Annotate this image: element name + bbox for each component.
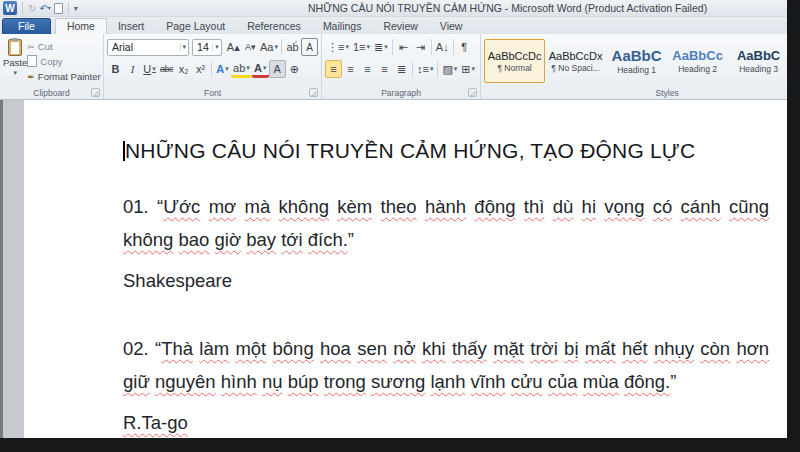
tab-insert[interactable]: Insert [107,19,155,34]
change-case-button[interactable]: Aa▾ [259,38,279,56]
font-size-select[interactable]: 14 ▾ [192,39,222,56]
style-name: Heading 1 [617,65,656,75]
distribute-button[interactable]: ≣ [393,60,410,78]
paragraph[interactable]: 01. “Ước mơ mà không kèm theo hành động … [123,190,769,256]
sort-button[interactable]: A↓ [434,38,451,56]
misspelled-word: cũng [729,196,769,217]
font-size-dropdown-icon: ▾ [212,43,219,51]
bullets-button[interactable]: ⋮≡▾ [325,38,351,56]
paragraph[interactable]: R.Ta-go [123,406,769,438]
show-hide-pilcrow-button[interactable]: ¶ [456,38,473,56]
style-heading-3[interactable]: AaBbCHeading 3 [728,39,787,83]
undo-icon[interactable]: ↶▾ [39,2,50,15]
window-title: NHỮNG CÂU NÓI TRUYỀN CẢM HỨNG - Microsof… [308,2,707,14]
new-document-icon[interactable] [54,3,63,14]
qat-separator [22,2,23,14]
misspelled-word: động [474,196,515,217]
align-left-button[interactable]: ≡ [325,60,342,78]
misspelled-word: Ước [163,196,200,217]
paste-button[interactable]: Paste ▾ [3,37,27,86]
underline-button[interactable]: U▾ [141,60,158,78]
paste-dropdown-icon[interactable]: ▾ [13,69,17,77]
word-logo[interactable]: W [3,1,17,15]
misspelled-word: bao [179,229,210,250]
numbering-button[interactable]: 1≡▾ [351,38,372,56]
font-family-select[interactable]: Arial ▾ [107,39,189,56]
line-spacing-button[interactable]: ↕≡▾ [415,60,435,78]
grow-font-button[interactable]: A▴ [225,38,242,56]
misspelled-word: trong [324,371,366,392]
paragraph[interactable]: 02. “Thà làm một bông hoa sen nở khi thấ… [123,332,769,398]
style-name: ¶ No Spaci... [551,63,600,73]
borders-button[interactable]: ⊞▾ [459,60,477,78]
paragraph[interactable]: Shakespeare [123,264,769,297]
tab-mailings[interactable]: Mailings [312,19,373,34]
shrink-font-button[interactable]: A▾ [242,38,259,56]
tab-file[interactable]: File [2,18,51,34]
format-painter-button[interactable]: ✒ Format Painter [27,71,100,82]
align-right-button[interactable]: ≡ [359,60,376,78]
align-center-button[interactable]: ≡ [342,60,359,78]
font-group: Arial ▾ 14 ▾ A▴A▾Aa▾ab́A BIU▾abcx₂x²A▾ab… [104,34,322,99]
scissors-icon: ✂ [27,42,35,52]
style-heading-1[interactable]: AaBbCHeading 1 [606,39,667,83]
tab-view[interactable]: View [429,19,474,34]
text-highlight-color-button[interactable]: ab▾ [231,60,252,78]
tab-page-layout[interactable]: Page Layout [155,19,236,34]
increase-indent-button[interactable]: ⇥ [412,38,429,56]
multilevel-list-button[interactable]: ≣▾ [372,38,390,56]
font-dialog-launcher[interactable]: ◿ [309,88,318,97]
misspelled-word: bông [273,338,314,359]
clipboard-group: Paste ▾ ✂ Cut Copy ✒ Format Painter [0,34,104,99]
character-border-button[interactable]: A [301,38,318,56]
styles-group: AaBbCcDc¶ NormalAaBbCcDx¶ No Spaci...AaB… [481,34,787,99]
font-color-button[interactable]: A▾ [252,60,269,78]
copy-button[interactable]: Copy [27,56,100,67]
tab-review[interactable]: Review [372,19,428,34]
text-cursor [123,141,125,161]
character-shading-button[interactable]: A [269,60,286,78]
document-page[interactable]: NHỮNG CÂU NÓI TRUYỀN CẢM HỨNG, TẠO ĐỘNG … [24,100,787,438]
bold-button[interactable]: B [107,60,124,78]
style-heading-2[interactable]: AaBbCcHeading 2 [667,39,728,83]
strikethrough-button[interactable]: abc [158,60,175,78]
misspelled-word: hi [582,196,596,217]
misspelled-word: giờ [215,229,242,250]
misspelled-word: không [123,229,173,250]
tab-home[interactable]: Home [55,18,107,34]
decrease-indent-button[interactable]: ⇤ [395,38,412,56]
shading-button[interactable]: ▨▾ [440,60,459,78]
document-heading[interactable]: NHỮNG CÂU NÓI TRUYỀN CẢM HỨNG, TẠO ĐỘNG … [123,138,769,164]
phonetic-guide-button[interactable]: ab́ [284,38,301,56]
style-no-spaci[interactable]: AaBbCcDx¶ No Spaci... [545,39,606,83]
misspelled-word: R.Ta-go [123,412,188,433]
italic-button[interactable]: I [124,60,141,78]
copy-icon [29,57,37,67]
misspelled-word: không [279,196,329,217]
quick-access-toolbar: W↻↶▾▾ [0,1,78,15]
cut-button[interactable]: ✂ Cut [27,41,100,52]
style-sample: AaBbC [737,48,780,63]
superscript-button[interactable]: x² [192,60,209,78]
clipboard-dialog-launcher[interactable]: ◿ [91,88,100,97]
customize-quick-access-icon[interactable]: ▾ [74,2,78,15]
text-effects-button[interactable]: A▾ [214,60,231,78]
style-normal[interactable]: AaBbCcDc¶ Normal [484,39,545,83]
paragraph-group-label: Paragraph [322,88,480,98]
clipboard-small-buttons: ✂ Cut Copy ✒ Format Painter [27,37,100,86]
subscript-button[interactable]: x₂ [175,60,192,78]
misspelled-word: mà [245,196,271,217]
misspelled-word: đông. [624,371,670,392]
misspelled-word: khi [422,338,446,359]
redo-icon[interactable]: ↻ [28,2,36,15]
misspelled-word: trời [530,338,558,359]
misspelled-word: vọng [604,196,644,217]
misspelled-word: hành [425,196,466,217]
justify-button[interactable]: ≡ [376,60,393,78]
enclose-characters-button[interactable]: ⊕ [286,60,303,78]
paragraph-dialog-launcher[interactable]: ◿ [468,88,477,97]
misspelled-word: mơ [209,196,237,217]
tab-references[interactable]: References [236,19,312,34]
styles-group-label: Styles [481,88,787,98]
separator [412,61,413,77]
